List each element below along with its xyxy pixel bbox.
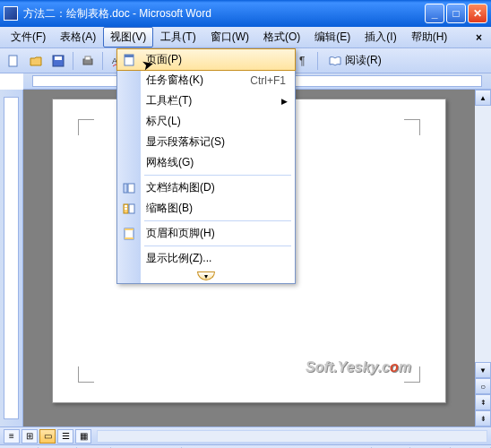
svg-text:¶: ¶ <box>299 55 305 67</box>
menu-item-header-footer[interactable]: 页眉和页脚(H) <box>117 223 295 244</box>
svg-rect-30 <box>125 228 134 230</box>
margin-corner-tl <box>78 119 94 135</box>
menu-item-gridlines[interactable]: 网格线(G) <box>117 152 295 173</box>
window-title: 方法二：绘制表格.doc - Microsoft Word <box>23 6 425 22</box>
menu-item-toolbars[interactable]: 工具栏(T) ▶ <box>117 90 295 111</box>
scroll-down-button[interactable]: ▼ <box>475 362 491 378</box>
view-menu-dropdown: 页面(P) 任务窗格(K) Ctrl+F1 工具栏(T) ▶ 标尺(L) 显示段… <box>116 48 296 284</box>
menu-edit[interactable]: 编辑(E) <box>307 27 357 47</box>
minimize-button[interactable]: _ <box>425 4 444 23</box>
svg-rect-24 <box>128 184 134 193</box>
svg-rect-26 <box>125 205 127 207</box>
doc-map-icon <box>121 180 137 196</box>
svg-rect-27 <box>125 208 127 210</box>
prev-page-button[interactable]: ⇞ <box>475 394 491 410</box>
show-formatting-button[interactable]: ¶ <box>293 51 313 71</box>
new-button[interactable] <box>4 51 23 71</box>
view-switcher-bar: ≡ ⊞ ▭ ☰ ▦ <box>0 426 491 444</box>
menu-item-page-layout[interactable]: 页面(P) <box>116 48 296 71</box>
menu-window[interactable]: 窗口(W) <box>203 27 256 47</box>
app-icon <box>4 6 18 21</box>
reading-label: 阅读(R) <box>345 53 382 68</box>
svg-rect-4 <box>85 56 90 60</box>
margin-corner-tr <box>404 119 420 135</box>
menu-item-show-paragraph-marks[interactable]: 显示段落标记(S) <box>117 132 295 152</box>
svg-rect-31 <box>125 237 134 239</box>
thumbnails-icon <box>121 201 137 217</box>
print-button[interactable] <box>78 51 98 71</box>
maximize-button[interactable]: □ <box>446 4 466 23</box>
svg-rect-22 <box>125 55 134 57</box>
menu-file[interactable]: 文件(F) <box>4 27 53 47</box>
reading-view-button[interactable]: 阅读(R) <box>323 51 387 71</box>
margin-corner-bl <box>78 366 94 383</box>
menu-expand-button[interactable]: ▾ <box>117 269 295 283</box>
menu-separator <box>144 220 291 221</box>
status-bar: 1 页 1 节 1/1 位置 1厘米 1 行 1 列 录制 修订 <box>0 444 491 448</box>
print-layout-view-button[interactable]: ▭ <box>39 429 56 444</box>
menu-item-thumbnails[interactable]: 缩略图(B) <box>117 198 295 219</box>
scroll-up-button[interactable]: ▲ <box>475 90 491 106</box>
horizontal-scrollbar[interactable] <box>97 430 487 443</box>
scroll-track[interactable] <box>475 106 491 362</box>
menu-item-zoom[interactable]: 显示比例(Z)... <box>117 248 295 269</box>
header-footer-icon <box>121 226 137 242</box>
chevron-down-icon: ▾ <box>197 271 215 280</box>
save-button[interactable] <box>48 51 68 71</box>
page-layout-icon <box>121 52 137 68</box>
close-button[interactable]: ✕ <box>468 4 487 23</box>
menu-format[interactable]: 格式(O) <box>256 27 307 47</box>
menu-separator <box>144 175 291 176</box>
title-bar: 方法二：绘制表格.doc - Microsoft Word _ □ ✕ <box>0 0 491 27</box>
web-view-button[interactable]: ⊞ <box>22 429 38 444</box>
svg-rect-2 <box>55 56 62 60</box>
menu-tools[interactable]: 工具(T) <box>153 27 202 47</box>
document-close-button[interactable]: × <box>470 31 487 44</box>
menu-item-task-pane[interactable]: 任务窗格(K) Ctrl+F1 <box>117 70 295 90</box>
svg-rect-0 <box>9 56 17 66</box>
svg-rect-23 <box>124 184 127 193</box>
browse-object-button[interactable]: ○ <box>475 378 491 394</box>
menu-bar: 文件(F) 表格(A) 视图(V) 工具(T) 窗口(W) 格式(O) 编辑(E… <box>0 27 491 48</box>
menu-view[interactable]: 视图(V) <box>103 27 153 47</box>
menu-help[interactable]: 帮助(H) <box>404 27 455 47</box>
normal-view-button[interactable]: ≡ <box>4 429 20 444</box>
watermark: Soft.Yesky.com <box>306 359 411 375</box>
submenu-arrow-icon: ▶ <box>281 97 288 106</box>
vertical-scrollbar[interactable]: ▲ ▼ ○ ⇞ ⇟ <box>475 90 491 426</box>
vertical-ruler[interactable] <box>0 90 23 426</box>
svg-rect-28 <box>129 204 134 213</box>
menu-insert[interactable]: 插入(I) <box>357 27 403 47</box>
menu-item-document-map[interactable]: 文档结构图(D) <box>117 177 295 198</box>
outline-view-button[interactable]: ☰ <box>57 429 73 444</box>
menu-item-ruler[interactable]: 标尺(L) <box>117 111 295 132</box>
reading-layout-view-button[interactable]: ▦ <box>75 429 91 444</box>
open-button[interactable] <box>26 51 46 71</box>
menu-separator <box>144 246 291 246</box>
next-page-button[interactable]: ⇟ <box>475 410 491 426</box>
menu-table[interactable]: 表格(A) <box>53 27 103 47</box>
